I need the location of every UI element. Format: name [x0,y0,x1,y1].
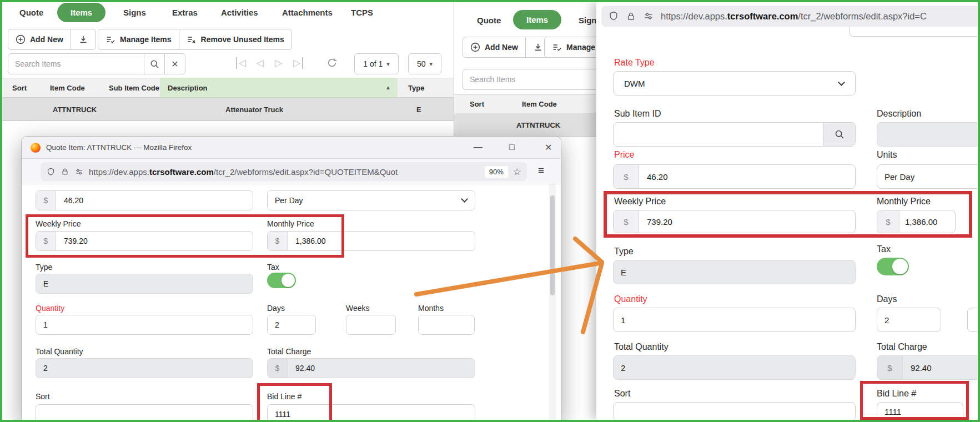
popup-title-bar[interactable]: Quote Item: ATTNTRUCK — Mozilla Firefox … [22,137,561,159]
panel-sub-item-id-input[interactable] [613,122,856,147]
panel-quantity-input[interactable]: 1 [613,308,856,332]
popup-weeks-input[interactable] [346,315,396,335]
add-new-button[interactable]: Add New [8,29,71,50]
popup-days-input[interactable]: 2 [267,315,316,335]
panel-bid-line-input[interactable]: 1111 [877,402,963,420]
popup-url-field[interactable]: https://dev.apps.tcrsoftware.com/tcr_2/w… [41,162,527,181]
minimize-icon[interactable]: — [474,142,483,152]
popup-units-select[interactable]: Per Day [267,190,475,210]
bg-tab-quote[interactable]: Quote [477,16,501,25]
plus-circle-icon [470,42,480,52]
sub-item-search-button[interactable] [823,123,855,146]
clear-search-button[interactable]: ✕ [164,53,185,74]
add-new-button-group: Add New [8,29,96,50]
popup-monthly-price-input[interactable]: $ 1,386.00 [267,231,475,251]
maximize-icon[interactable]: □ [509,142,515,152]
bg-tab-signs[interactable]: Signs [579,16,596,25]
bg-column-header-item-code[interactable]: Item Code [522,100,557,108]
panel-partial-input-top[interactable] [849,27,980,37]
panel-quantity-value: 1 [621,315,625,325]
popup-bid-line-input[interactable]: 1111 [267,404,475,422]
panel-rate-type-label: Rate Type [614,58,655,68]
bg-row-item-code: ATTNTRUCK [516,121,560,129]
panel-description-input [877,122,980,147]
popup-scrollbar[interactable] [549,184,556,421]
column-header-type[interactable]: Type [408,84,424,92]
panel-price-input[interactable]: $ 46.20 [613,164,856,189]
panel-units-select[interactable]: Per Day [877,164,980,189]
panel-total-charge-value: 92.40 [903,363,932,373]
panel-monthly-price-value: 1,386.00 [899,217,937,227]
popup-scrollbar-thumb[interactable] [550,195,555,295]
next-page-icon[interactable]: ▷ [275,57,282,69]
refresh-icon[interactable] [326,57,338,68]
last-page-icon[interactable]: ▷ [293,57,303,69]
column-header-sub-item-code[interactable]: Sub Item Code [109,84,159,92]
panel-sort-input[interactable] [613,402,856,420]
panel-weekly-price-input[interactable]: $ 739.20 [613,210,856,233]
bg-search-input[interactable]: Search Items [463,69,596,90]
lock-icon [61,167,69,176]
permissions-icon [643,11,654,22]
bookmark-star-icon[interactable]: ☆ [513,166,521,178]
popup-price-input[interactable]: $ 46.20 [36,190,253,210]
screenshot-root: Quote Items Signs Extras Activities Atta… [0,0,980,422]
panel-sort-label: Sort [614,389,630,399]
panel-monthly-price-input[interactable]: $ 1,386.00 [877,210,956,233]
search-input[interactable]: Search Items [8,53,144,74]
page-selector[interactable]: 1 of 1 ▾ [354,53,399,74]
popup-days-value: 2 [275,320,279,329]
zoom-level-badge[interactable]: 90% [485,166,508,178]
popup-days-label: Days [267,304,285,313]
popup-type-value: E [43,279,48,288]
caret-down-icon: ▾ [386,61,390,68]
menu-icon[interactable]: ≡ [538,164,544,177]
popup-sort-input[interactable] [36,404,253,422]
tab-extras[interactable]: Extras [172,8,198,17]
panel-url-field[interactable]: https://dev.apps.tcrsoftware.com/tcr_2/w… [601,6,980,27]
panel-description-label: Description [877,109,921,119]
tab-quote[interactable]: Quote [19,8,43,17]
tab-attachments[interactable]: Attachments [282,8,333,17]
tab-activities[interactable]: Activities [221,8,258,17]
popup-months-input[interactable] [418,315,475,335]
remove-unused-items-button[interactable]: Remove Unused Items [179,29,292,50]
panel-tax-toggle[interactable] [877,258,909,275]
currency-addon: $ [614,210,639,233]
panel-monthly-price-label: Monthly Price [877,197,931,207]
popup-quantity-input[interactable]: 1 [36,315,253,335]
panel-weekly-price-value: 739.20 [639,217,672,227]
bg-add-new-button[interactable]: Add New [463,37,526,58]
panel-price-value: 46.20 [639,172,668,182]
popup-weekly-price-input[interactable]: $ 739.20 [36,231,253,251]
column-header-item-code[interactable]: Item Code [50,84,85,92]
tab-tcps[interactable]: TCPS [351,8,373,17]
popup-url-text: https://dev.apps.tcrsoftware.com/tcr_2/w… [89,167,480,177]
popup-bid-line-value: 1111 [275,410,290,419]
manage-items-button[interactable]: Manage Items [98,29,179,50]
close-icon[interactable]: ✕ [545,142,552,153]
download-button[interactable] [71,29,96,50]
panel-rate-type-select[interactable]: DWM [613,71,856,96]
tab-items-active[interactable]: Items [57,3,105,22]
popup-weekly-price-label: Weekly Price [36,219,81,228]
popup-quantity-label: Quantity [36,304,64,313]
search-button[interactable] [144,53,165,74]
page-size-selector[interactable]: 50 ▾ [408,53,441,74]
column-header-description[interactable]: Description ▲ [160,78,398,98]
manage-items-icon [552,42,562,52]
bg-column-header-sort[interactable]: Sort [470,100,484,108]
manage-items-label: Manage Items [120,35,172,44]
tab-signs[interactable]: Signs [123,8,146,17]
first-page-icon[interactable]: ◁ [236,57,246,69]
panel-partial-weeks-input[interactable] [967,308,980,332]
panel-price-label: Price [614,150,634,160]
popup-tax-toggle[interactable] [267,273,296,288]
shield-icon [608,11,619,22]
bg-tab-items-active[interactable]: Items [513,10,561,29]
popup-type-input: E [36,274,253,294]
panel-days-input[interactable]: 2 [877,308,941,332]
column-header-sort[interactable]: Sort [12,84,27,92]
prev-page-icon[interactable]: ◁ [257,57,264,69]
bg-manage-items-button[interactable]: Manage Items [544,37,596,58]
